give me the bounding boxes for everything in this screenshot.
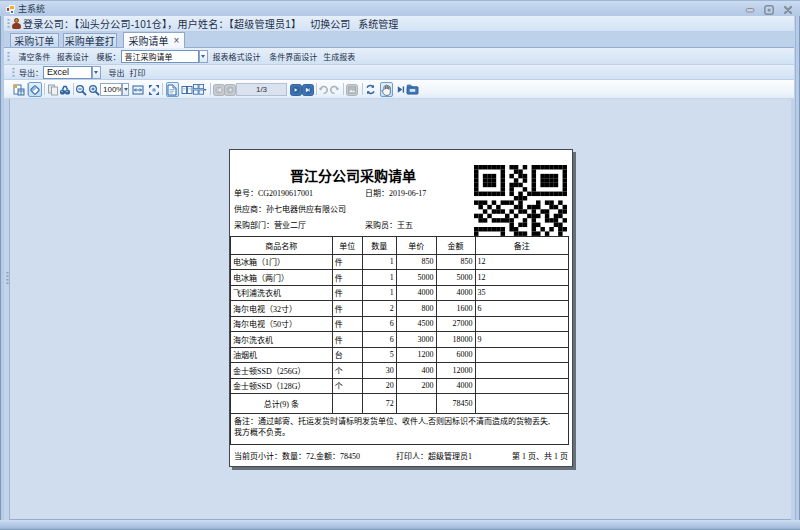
hand-tool-icon[interactable] xyxy=(380,82,393,97)
page-indicator-box[interactable]: 1/3 xyxy=(236,83,287,96)
maximize-button[interactable] xyxy=(764,5,774,15)
template-dropdown-button[interactable] xyxy=(199,50,208,63)
chevron-down-icon xyxy=(124,88,128,91)
table-header-row: 商品名称 单位 数量 单价 金额 备注 xyxy=(231,236,569,254)
table-cell: 6 xyxy=(363,332,397,348)
previous-page-button[interactable] xyxy=(224,82,236,97)
last-page-button[interactable] xyxy=(302,82,314,97)
export-format-dropdown-button[interactable] xyxy=(92,66,101,79)
qr-code xyxy=(474,165,567,236)
continue-icon[interactable] xyxy=(396,82,405,97)
table-cell xyxy=(475,316,568,332)
report-page: 晋江分公司采购请单 单号：CG20190617001 日期：2019-06-17… xyxy=(229,149,573,467)
fit-page-icon[interactable] xyxy=(148,82,160,97)
multi-page-view-icon[interactable] xyxy=(193,82,207,97)
preview-area[interactable]: 晋江分公司采购请单 单号：CG20190617001 日期：2019-06-17… xyxy=(10,99,791,520)
table-cell: 1 xyxy=(363,270,397,286)
close-button[interactable] xyxy=(783,5,793,15)
zoom-dropdown-button[interactable] xyxy=(122,83,129,96)
table-cell: 12 xyxy=(475,254,568,270)
report-supplier: 供应商：孙七电器供应有限公司 xyxy=(234,205,346,215)
tab-strip: 采购订单 采购单套打 采购请单 × xyxy=(4,32,794,48)
export-button[interactable]: 导出 xyxy=(108,67,124,78)
tab-close-icon[interactable]: × xyxy=(174,36,180,46)
table-row: 海尔洗衣机件63000180009 xyxy=(231,332,569,348)
table-cell xyxy=(475,378,568,394)
zoom-combobox[interactable]: 100% xyxy=(100,83,122,96)
export-format-combobox[interactable]: Excel xyxy=(43,66,92,79)
refresh-icon[interactable] xyxy=(365,82,376,97)
table-remark-row: 备注：通过邮寄、托运发货时请标明发货单位、收件人,否则因标识不清而造成的货物丢失… xyxy=(231,414,569,445)
col-header-price: 单价 xyxy=(396,236,436,254)
toolbar-grip xyxy=(7,51,10,62)
table-cell: 件 xyxy=(332,301,362,317)
find-icon[interactable] xyxy=(59,82,71,97)
copy-page-icon[interactable] xyxy=(13,82,25,97)
table-cell: 件 xyxy=(332,254,362,270)
table-cell: 1 xyxy=(363,254,397,270)
remark-line-1: 备注：通过邮寄、托运发货时请标明发货单位、收件人,否则因标识不清而造成的货物丢失… xyxy=(234,416,565,427)
col-header-qty: 数量 xyxy=(363,236,397,254)
report-date: 日期：2019-06-17 xyxy=(365,189,426,199)
total-amount: 78450 xyxy=(436,394,475,414)
first-page-button[interactable] xyxy=(213,82,225,97)
clear-condition-button[interactable]: 清空条件 xyxy=(19,51,51,62)
report-toolbar: 清空条件 报表设计 模板： 晋江采购请单 报表格式设计 条件界面设计 生成报表 xyxy=(4,48,794,65)
single-page-view-icon[interactable] xyxy=(166,82,179,97)
system-manage-link[interactable]: 系统管理 xyxy=(358,16,398,31)
table-cell: 850 xyxy=(436,254,475,270)
generate-report-button[interactable]: 生成报表 xyxy=(323,51,355,62)
title-bar: 主系统 xyxy=(0,0,800,16)
image-disabled-icon[interactable] xyxy=(346,82,358,97)
template-combobox-value: 晋江采购请单 xyxy=(122,51,173,62)
tag-tool-icon[interactable] xyxy=(28,82,42,97)
toolbar-grip xyxy=(7,18,10,29)
undo-disabled-icon[interactable] xyxy=(318,82,329,97)
export-toolbar: 导出： Excel 导出 打印 xyxy=(4,65,794,80)
table-cell: 金士顿SSD（256G） xyxy=(231,363,333,379)
zoom-out-icon[interactable] xyxy=(75,82,87,97)
next-page-button[interactable] xyxy=(290,82,302,97)
table-row: 电冰箱（两门）件15000500012 xyxy=(231,270,569,286)
table-row: 金士顿SSD（256G）个3040012000 xyxy=(231,363,569,379)
table-cell: 个 xyxy=(332,363,362,379)
table-cell: 电冰箱（1门） xyxy=(231,254,333,270)
table-cell xyxy=(475,363,568,379)
table-cell: 海尔电视（32寸） xyxy=(231,301,333,317)
switch-company-link[interactable]: 切换公司 xyxy=(310,16,350,31)
report-design-button[interactable]: 报表设计 xyxy=(57,51,89,62)
copy-disabled-icon[interactable] xyxy=(47,82,59,97)
table-cell: 35 xyxy=(475,285,568,301)
table-cell: 台 xyxy=(332,347,362,363)
zoom-in-icon[interactable] xyxy=(88,82,100,97)
tab-purchase-batch-print[interactable]: 采购单套打 xyxy=(63,33,118,47)
login-company-text: 登录公司：【汕头分公司-101仓】，用户姓名：【超级管理员1】 xyxy=(23,16,301,31)
report-remark: 备注：通过邮寄、托运发货时请标明发货单位、收件人,否则因标识不清而造成的货物丢失… xyxy=(231,414,569,445)
facing-pages-icon[interactable] xyxy=(181,82,193,97)
template-combobox[interactable]: 晋江采购请单 xyxy=(121,50,199,63)
print-button[interactable]: 打印 xyxy=(129,67,145,78)
export-folder-icon[interactable] xyxy=(406,82,419,97)
table-cell: 18000 xyxy=(436,332,475,348)
table-cell: 27000 xyxy=(436,316,475,332)
table-cell: 9 xyxy=(475,332,568,348)
toolbar-separator xyxy=(162,83,163,95)
table-cell: 飞利浦洗衣机 xyxy=(231,285,333,301)
col-header-remark: 备注 xyxy=(475,236,568,254)
redo-disabled-icon[interactable] xyxy=(329,82,340,97)
total-empty-cell xyxy=(475,394,568,414)
format-design-button[interactable]: 报表格式设计 xyxy=(213,51,261,62)
table-cell: 400 xyxy=(396,363,436,379)
tab-purchase-order[interactable]: 采购订单 xyxy=(10,33,60,47)
table-cell: 30 xyxy=(363,363,397,379)
total-label: 总计(9) 条 xyxy=(231,394,333,414)
tab-purchase-request[interactable]: 采购请单 × xyxy=(123,32,185,48)
minimize-button[interactable] xyxy=(745,5,755,15)
condition-design-button[interactable]: 条件界面设计 xyxy=(269,51,317,62)
table-cell: 3000 xyxy=(396,332,436,348)
table-cell: 5 xyxy=(363,347,397,363)
page-width-icon[interactable] xyxy=(132,82,144,97)
toolbar-grip xyxy=(12,67,15,78)
toolbar-separator xyxy=(316,83,317,95)
table-cell: 油烟机 xyxy=(231,347,333,363)
